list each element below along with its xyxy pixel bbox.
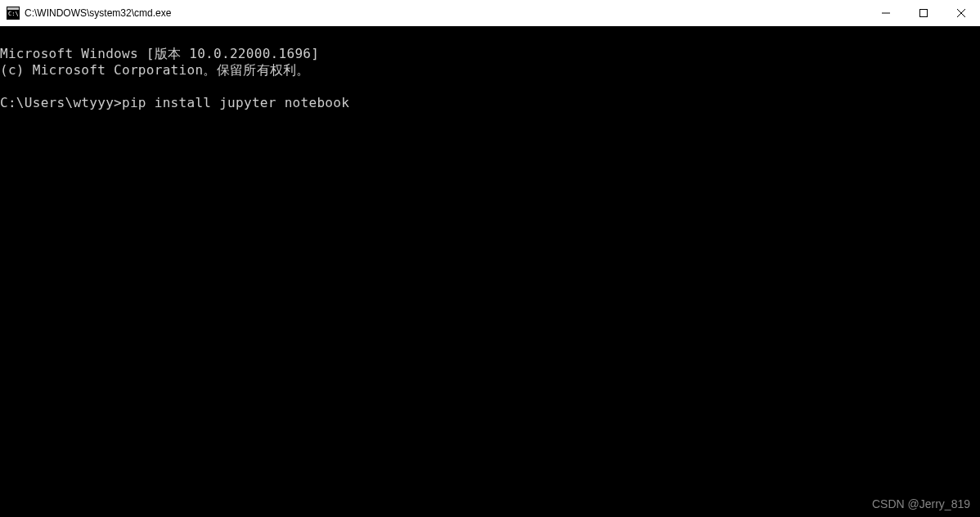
close-button[interactable] xyxy=(942,0,980,26)
minimize-button[interactable] xyxy=(867,0,905,26)
maximize-button[interactable] xyxy=(905,0,942,26)
cmd-icon: C:\ xyxy=(7,7,20,20)
svg-text:C:\: C:\ xyxy=(8,11,19,17)
terminal-prompt-line: C:\Users\wtyyy>pip install jupyter noteb… xyxy=(0,95,349,110)
svg-rect-4 xyxy=(920,10,928,17)
svg-rect-1 xyxy=(7,7,19,10)
window-title: C:\WINDOWS\system32\cmd.exe xyxy=(25,7,171,19)
watermark: CSDN @Jerry_819 xyxy=(872,497,970,510)
terminal-output[interactable]: Microsoft Windows [版本 10.0.22000.1696] (… xyxy=(0,26,980,517)
window-controls xyxy=(867,0,980,26)
titlebar: C:\ C:\WINDOWS\system32\cmd.exe xyxy=(0,0,980,26)
terminal-line-copyright: (c) Microsoft Corporation。保留所有权利。 xyxy=(0,62,310,78)
terminal-line-version: Microsoft Windows [版本 10.0.22000.1696] xyxy=(0,46,319,61)
